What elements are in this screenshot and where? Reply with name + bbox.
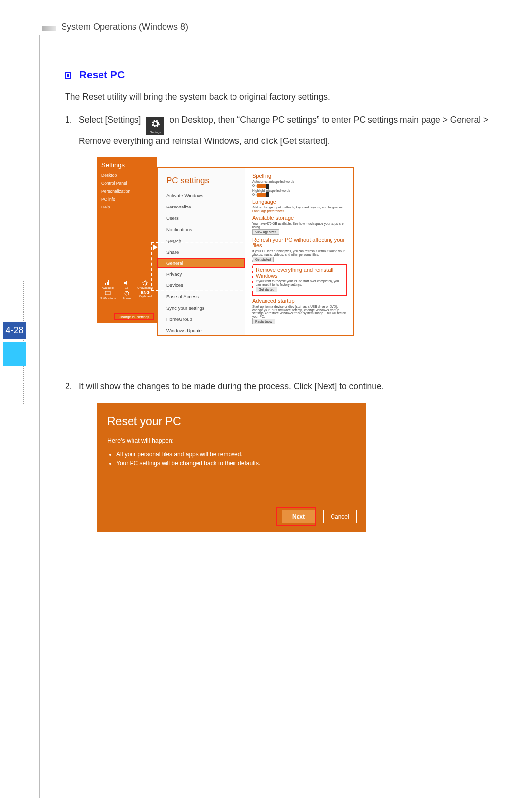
next-button-highlight (276, 507, 316, 526)
language-desc: Add or change input methods, keyboard la… (252, 206, 347, 209)
advanced-desc: Start up from a device or disc (such as … (252, 305, 347, 318)
reset-bullet: All your personal files and apps will be… (116, 451, 355, 458)
callout-dashed-box (151, 242, 253, 291)
sidebar-item[interactable]: Desktop (97, 172, 157, 179)
sidebar-item[interactable]: Personalization (97, 187, 157, 195)
nav-homegroup[interactable]: HomeGroup (158, 313, 245, 325)
refresh-desc: If your PC isn't running well, you can r… (252, 249, 347, 256)
intro-text: The Reset utility will bring the system … (65, 92, 493, 102)
remove-desc: If you want to recycle your PC or start … (256, 279, 343, 286)
settings-gear-icon: Settings (146, 117, 164, 135)
document-page: System Operations (Windows 8) 4-28 Reset… (0, 0, 532, 798)
reset-title: Reset your PC (107, 415, 355, 428)
step1-before: Select [Settings] (79, 115, 143, 125)
quick-settings-icons: Available 15 Unavailable Notifications P… (99, 280, 155, 300)
toggle-icon[interactable] (257, 184, 269, 188)
refresh-heading: Refresh your PC without affecting your f… (252, 237, 347, 248)
nav-notifications[interactable]: Notifications (158, 224, 245, 235)
screenshot-pc-settings: Settings Desktop Control Panel Personali… (97, 157, 354, 336)
reset-subtitle: Here's what will happen: (107, 437, 355, 444)
cancel-button[interactable]: Cancel (323, 510, 357, 523)
svg-point-0 (144, 281, 147, 284)
power-icon[interactable]: Power (118, 290, 135, 300)
step-number: 1. (65, 114, 79, 147)
charms-settings-panel: Settings Desktop Control Panel Personali… (97, 157, 157, 323)
charms-title: Settings (97, 157, 157, 172)
step-number: 2. (65, 381, 79, 393)
pc-settings-general-pane: Spelling Autocorrect misspelled words On… (245, 168, 353, 335)
keyboard-icon[interactable]: ENGKeyboard (136, 290, 154, 300)
square-bullet-icon (65, 72, 71, 79)
toggle-icon[interactable] (257, 193, 269, 197)
nav-personalize[interactable]: Personalize (158, 201, 245, 212)
pc-settings-title: PC settings (158, 168, 245, 190)
callout-arrow-icon (153, 244, 158, 250)
language-heading: Language (252, 199, 347, 205)
remove-heading: Remove everything and reinstall Windows (256, 267, 343, 278)
storage-heading: Available storage (252, 215, 347, 221)
sidebar-item[interactable]: Control Panel (97, 179, 157, 187)
refresh-get-started-button[interactable]: Get started (252, 257, 274, 262)
view-app-sizes-button[interactable]: View app sizes (252, 229, 279, 235)
advanced-heading: Advanced startup (252, 298, 347, 304)
nav-users[interactable]: Users (158, 212, 245, 224)
spelling-opt-a: Autocorrect misspelled words (252, 180, 347, 183)
section-heading-text: Reset PC (79, 69, 125, 80)
step-2: 2. It will show the changes to be made d… (65, 381, 493, 393)
network-icon[interactable]: Available (99, 280, 117, 289)
storage-desc: You have 476 GB available. See how much … (252, 222, 347, 229)
page-number-badge: 4-28 (3, 322, 26, 339)
header-decor (42, 26, 56, 31)
sidebar-item[interactable]: Help (97, 203, 157, 211)
spelling-opt-b: Highlight misspelled words (252, 189, 347, 192)
remove-get-started-button[interactable]: Get started (256, 287, 277, 292)
remove-everything-section-highlight: Remove everything and reinstall Windows … (252, 264, 347, 296)
restart-now-button[interactable]: Restart now (252, 319, 275, 324)
step2-text: It will show the changes to be made duri… (79, 381, 384, 393)
nav-ease[interactable]: Ease of Access (158, 291, 245, 302)
step-body: Select [Settings] Settings on Desktop, t… (79, 114, 493, 147)
reset-bullet-list: All your personal files and apps will be… (107, 451, 355, 467)
sidebar-item[interactable]: PC info (97, 195, 157, 203)
screenshot-reset-your-pc: Reset your PC Here's what will happen: A… (97, 403, 366, 532)
chapter-title: System Operations (Windows 8) (61, 22, 188, 32)
margin-accent (3, 342, 26, 366)
volume-icon[interactable]: 15 (118, 280, 135, 289)
settings-tile-label: Settings (146, 130, 164, 135)
section-heading: Reset PC (65, 69, 493, 81)
step-1: 1. Select [Settings] Settings on Desktop… (65, 114, 493, 147)
spelling-heading: Spelling (252, 173, 347, 179)
language-link[interactable]: Language preferences (252, 209, 347, 213)
nav-activate[interactable]: Activate Windows (158, 190, 245, 201)
svg-rect-1 (105, 291, 110, 295)
notifications-icon[interactable]: Notifications (99, 290, 117, 300)
reset-bullet: Your PC settings will be changed back to… (116, 460, 355, 467)
nav-sync[interactable]: Sync your settings (158, 302, 245, 313)
nav-winupdate[interactable]: Windows Update (158, 325, 245, 336)
content-area: Reset PC The Reset utility will bring th… (65, 64, 493, 532)
change-pc-settings-button[interactable]: Change PC settings (114, 313, 154, 320)
